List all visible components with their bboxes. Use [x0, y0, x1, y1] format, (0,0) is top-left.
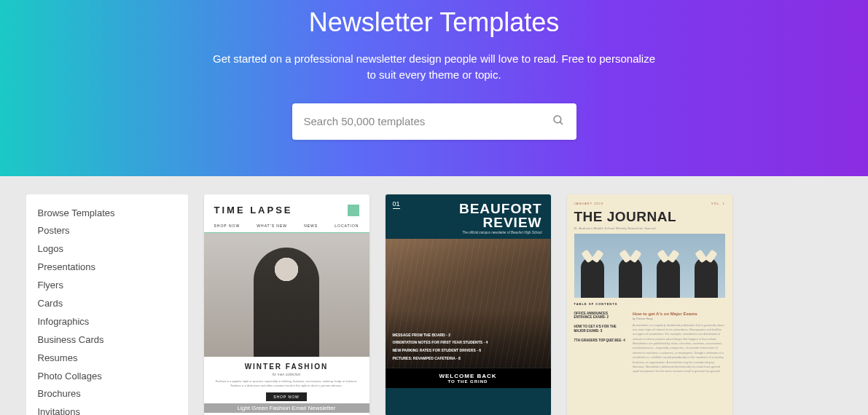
nav-link: LOCATION	[335, 224, 359, 228]
search-box[interactable]	[292, 103, 576, 140]
article-body: A newsletter is a regularly distributed …	[633, 323, 725, 374]
sidebar-item[interactable]: Cards	[38, 295, 176, 313]
sidebar-item[interactable]: Brochures	[38, 385, 176, 403]
template-date: JANUARY 2023	[574, 202, 604, 205]
svg-point-0	[554, 116, 561, 123]
template-sub: for men collection	[213, 372, 361, 376]
search-icon	[552, 114, 565, 130]
template-sub: St. Andrew's Middle School Weekly Newsle…	[574, 226, 725, 230]
toc-line: PICTURES: REVAMPED CAFETERIA - 8	[393, 356, 488, 362]
template-title: BEAUFORTREVIEW	[386, 194, 551, 231]
template-footer: WELCOME BACK TO THE GRIND	[386, 368, 551, 388]
article-byline: by Therese Harvy	[633, 317, 725, 320]
template-card[interactable]: TIME LAPSE SHOP NOWWHAT'S NEWNEWSLOCATIO…	[204, 194, 370, 416]
sidebar-item[interactable]: Browse Templates	[38, 205, 176, 223]
template-volume: VOL. 1	[711, 202, 724, 205]
template-desc: Fashion is a popular style or practice, …	[213, 379, 361, 388]
hero-section: Newsletter Templates Get started on a pr…	[0, 0, 868, 176]
sidebar-item[interactable]: Photo Collages	[38, 368, 176, 386]
template-image	[574, 234, 725, 298]
toc-item: OFFICE ANNOUNCES ENTRANCE EXAMS- 2	[574, 312, 627, 320]
toc-line: MESSAGE FROM THE BOARD - 2	[393, 333, 488, 339]
brand-badge-icon	[348, 205, 359, 216]
toc-item: 7TH GRADERS TOP QUIZ BEE- 4	[574, 339, 627, 343]
nav-link: WHAT'S NEW	[257, 224, 287, 228]
sidebar-item[interactable]: Infographics	[38, 313, 176, 331]
template-card[interactable]: JANUARY 2023 VOL. 1 THE JOURNAL St. Andr…	[567, 194, 732, 416]
template-image: MESSAGE FROM THE BOARD - 2ORIENTATION NO…	[386, 239, 551, 368]
sidebar-item[interactable]: Resumes	[38, 349, 176, 368]
template-brand: TIME LAPSE	[214, 205, 293, 216]
template-sub: The official campus newsletter of Beaufo…	[386, 231, 551, 239]
toc-list: OFFICE ANNOUNCES ENTRANCE EXAMS- 2HOW TO…	[574, 312, 627, 374]
nav-link: SHOP NOW	[214, 224, 241, 228]
template-title: THE JOURNAL	[574, 209, 725, 225]
sidebar-item[interactable]: Invitations	[38, 403, 176, 415]
sidebar-item[interactable]: Presentations	[38, 258, 176, 277]
search-input[interactable]	[304, 115, 552, 127]
toc-line: ORIENTATION NOTES FOR FIRST YEAR STUDENT…	[393, 340, 488, 346]
nav-link: NEWS	[304, 224, 318, 228]
toc-item: HOW TO GET A'S FOR THE MAJOR EXAMS- 3	[574, 325, 627, 333]
issue-number: 01	[393, 200, 400, 209]
toc-heading: TABLE OF CONTENTS	[574, 302, 725, 306]
sidebar-item[interactable]: Flyers	[38, 277, 176, 295]
category-sidebar: Browse TemplatesPostersLogosPresentation…	[26, 194, 188, 416]
svg-line-1	[560, 122, 563, 125]
main-content: Browse TemplatesPostersLogosPresentation…	[26, 176, 842, 416]
template-cta: SHOP NOW	[266, 392, 307, 401]
template-headline: WINTER FASHION	[213, 363, 361, 371]
template-card[interactable]: 01 BEAUFORTREVIEW The official campus ne…	[386, 194, 551, 416]
sidebar-item[interactable]: Posters	[38, 222, 176, 240]
template-nav: SHOP NOWWHAT'S NEWNEWSLOCATION	[204, 221, 370, 233]
sidebar-item[interactable]: Business Cards	[38, 331, 176, 349]
page-subtitle: Get started on a professional newsletter…	[208, 51, 660, 83]
sidebar-item[interactable]: Logos	[38, 240, 176, 258]
template-toc: MESSAGE FROM THE BOARD - 2ORIENTATION NO…	[393, 333, 488, 364]
template-caption: Light Green Fashion Email Newsletter	[204, 403, 370, 413]
toc-line: NEW PARKING RATES FOR STUDENT DRIVERS - …	[393, 348, 488, 354]
template-grid: TIME LAPSE SHOP NOWWHAT'S NEWNEWSLOCATIO…	[204, 194, 842, 416]
page-title: Newsletter Templates	[15, 7, 853, 38]
article-title: How to get A's on Major Exams	[633, 312, 725, 316]
template-image	[204, 233, 370, 357]
